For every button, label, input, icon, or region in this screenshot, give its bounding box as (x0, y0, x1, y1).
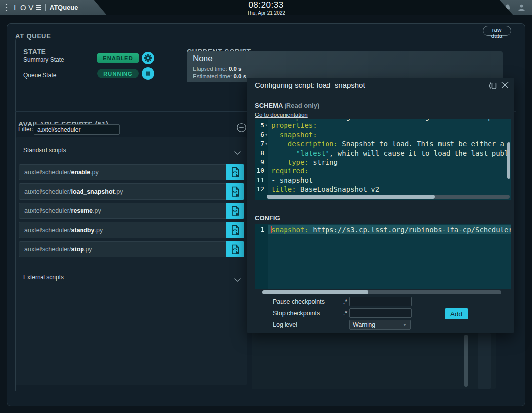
filter-label: Filter: (18, 126, 33, 133)
script-path: auxtel/scheduler/load_snapshot.py (19, 188, 226, 195)
external-scripts-group[interactable]: External scripts (23, 274, 64, 281)
state-divider (180, 42, 180, 94)
screen: LOV ATQueue 08:20:33 Thu, Apr 21 2022 AT… (0, 0, 532, 413)
launch-script-button[interactable] (226, 203, 244, 219)
config-heading: CONFIG (255, 214, 280, 222)
scripts-panel: Standard scripts auxtel/scheduler/enable… (16, 137, 247, 385)
standard-scripts-chevron-icon[interactable] (234, 148, 241, 157)
queue-scrollbar[interactable] (464, 335, 468, 387)
queue-pause-button[interactable] (142, 67, 154, 80)
code-line: 10required: (255, 166, 511, 175)
summary-state-badge: ENABLED (97, 53, 139, 63)
script-path: auxtel/scheduler/resume.py (19, 207, 226, 214)
elapsed-time-row: Elapsed time: 0.0 s (193, 66, 241, 72)
script-row[interactable]: auxtel/scheduler/stop.py (19, 241, 244, 257)
script-row[interactable]: auxtel/scheduler/load_snapshot.py (19, 183, 244, 200)
schema-vertical-scrollbar[interactable] (507, 142, 510, 179)
log-level-select[interactable]: Warning ▼ (349, 320, 411, 330)
script-path: auxtel/scheduler/stop.py (19, 246, 226, 253)
config-horizontal-scrollbar[interactable] (262, 290, 501, 294)
launch-script-button[interactable] (226, 222, 244, 238)
stop-checkpoints-label: Stop checkpoints (273, 310, 340, 317)
collapse-scripts-icon[interactable] (236, 123, 246, 135)
launch-script-icon (229, 205, 241, 217)
standard-scripts-group[interactable]: Standard scripts (23, 147, 66, 154)
documentation-link[interactable]: Go to documentation (255, 112, 308, 118)
schema-editor[interactable]: 4description: Configuration for loading … (255, 119, 511, 200)
code-line: 11- snapshot (255, 176, 511, 185)
select-chevron-icon: ▼ (403, 323, 407, 327)
launch-script-button[interactable] (226, 164, 244, 180)
launch-script-icon (229, 166, 241, 178)
configure-script-modal: Configuring script: load_snapshot SCHEMA… (247, 78, 514, 333)
queue-state-badge: RUNNING (97, 69, 139, 78)
log-level-row: Log level Warning ▼ (273, 320, 411, 330)
estimated-time-row: Estimated time: 0.0 s (193, 73, 246, 79)
raw-data-button[interactable]: raw data (483, 26, 511, 36)
pause-checkpoints-row: Pause checkpoints .* (273, 297, 412, 306)
copy-icon[interactable] (488, 81, 498, 93)
current-script-name: None (193, 54, 213, 64)
code-line: 5▼properties: (255, 121, 511, 130)
pause-checkpoints-regex-hint: .* (340, 298, 347, 305)
clock: 08:20:33 Thu, Apr 21 2022 (0, 0, 532, 16)
stop-checkpoints-input[interactable] (349, 308, 412, 318)
filter-input[interactable] (34, 124, 120, 135)
stop-checkpoints-row: Stop checkpoints .* (273, 308, 412, 318)
script-path: auxtel/scheduler/standby.py (19, 227, 226, 234)
clock-time: 08:20:33 (0, 0, 532, 10)
summary-state-label: Summary State (23, 56, 64, 63)
code-line: 7▼ description: Snapshot to load. This m… (255, 139, 511, 148)
close-icon[interactable] (501, 81, 509, 91)
queue-state-label: Queue State (23, 72, 56, 79)
modal-title: Configuring script: load_snapshot (255, 81, 365, 89)
code-line: 8 "latest", which will cause it to load … (255, 149, 511, 158)
schema-horizontal-scrollbar[interactable] (267, 195, 510, 199)
launch-script-button[interactable] (226, 241, 244, 257)
pause-icon (143, 68, 153, 79)
config-editor[interactable]: 1snapshot: https://s3.cp.lsst.org/rubino… (255, 224, 511, 289)
external-scripts-chevron-icon[interactable] (234, 275, 241, 284)
launch-script-button[interactable] (226, 183, 244, 200)
code-line: 1snapshot: https://s3.cp.lsst.org/rubino… (255, 225, 511, 234)
launch-script-icon (229, 244, 241, 255)
group-divider (19, 266, 244, 266)
code-line: 12title: BaseLoadSnapshot v2 (255, 185, 511, 194)
script-row[interactable]: auxtel/scheduler/enable.py (19, 164, 244, 180)
user-icon[interactable] (517, 4, 526, 12)
launch-script-icon (229, 224, 241, 236)
code-line: 9 type: string (255, 158, 511, 166)
schema-readonly-label: (Read only) (284, 102, 319, 109)
script-row[interactable]: auxtel/scheduler/resume.py (19, 203, 244, 219)
queue-side-column (478, 333, 491, 389)
script-path: auxtel/scheduler/enable.py (19, 169, 226, 176)
top-navbar: LOV ATQueue 08:20:33 Thu, Apr 21 2022 (0, 0, 532, 15)
add-button[interactable]: Add (445, 308, 468, 319)
schema-heading: SCHEMA (Read only) (255, 102, 319, 109)
gear-icon (143, 53, 153, 63)
stop-checkpoints-regex-hint: .* (340, 310, 347, 317)
pause-checkpoints-label: Pause checkpoints (273, 298, 340, 305)
state-section-title: STATE (23, 48, 46, 56)
summary-state-settings-button[interactable] (142, 52, 154, 64)
log-level-value: Warning (353, 321, 375, 328)
launch-script-icon (229, 186, 241, 198)
pause-checkpoints-input[interactable] (349, 297, 412, 306)
clock-date: Thu, Apr 21 2022 (0, 10, 532, 16)
log-level-label: Log level (273, 321, 340, 328)
script-row[interactable]: auxtel/scheduler/standby.py (19, 222, 244, 238)
code-line: 6▼ snapshot: (255, 130, 511, 139)
